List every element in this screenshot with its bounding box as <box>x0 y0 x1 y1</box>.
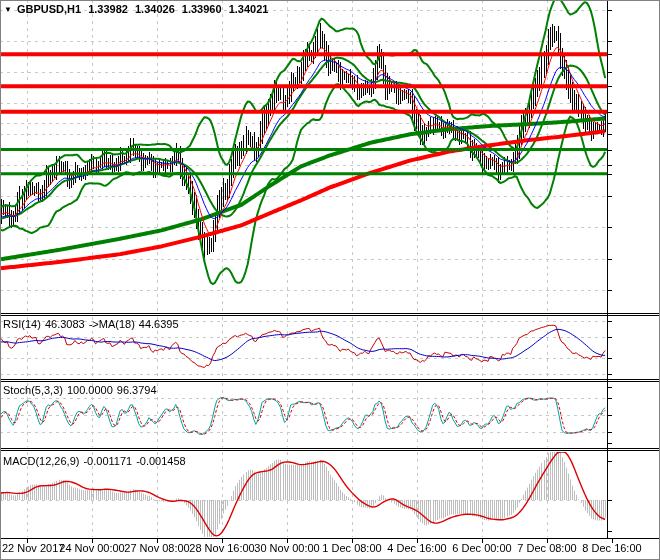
trading-chart-window: ▼GBPUSD,H1 1.33982 1.34026 1.33960 1.340… <box>0 0 660 560</box>
ohlc-close: 1.34021 <box>229 3 269 15</box>
symbol-dropdown-icon[interactable]: ▼ <box>4 5 12 14</box>
ohlc-low: 1.33960 <box>182 3 222 15</box>
stoch-signal-value: 96.3794 <box>117 384 157 396</box>
macd-indicator-label: MACD(12,26,9)-0.001171-0.001458 <box>3 455 190 467</box>
rsi-indicator-label: RSI(14)46.3083->MA(18)44.6395 <box>3 318 183 330</box>
time-label-5: 1 Dec 08:00 <box>322 542 381 554</box>
macd-signal-value: -0.001458 <box>136 455 186 467</box>
time-label-8: 7 Dec 08:00 <box>517 542 576 554</box>
time-label-3: 28 Nov 16:00 <box>189 542 254 554</box>
macd-name: MACD(12,26,9) <box>3 455 79 467</box>
time-label-9: 8 Dec 16:00 <box>582 542 641 554</box>
ohlc-open: 1.33982 <box>88 3 128 15</box>
stoch-indicator-label: Stoch(5,3,3)100.000096.3794 <box>3 384 161 396</box>
rsi-value: 46.3083 <box>45 318 85 330</box>
stoch-value: 100.0000 <box>67 384 113 396</box>
rsi-name: RSI(14) <box>3 318 41 330</box>
rsi-ma-value: 44.6395 <box>139 318 179 330</box>
chart-canvas[interactable] <box>0 0 660 560</box>
time-label-4: 30 Nov 00:00 <box>254 542 319 554</box>
time-label-2: 27 Nov 08:00 <box>124 542 189 554</box>
time-label-6: 4 Dec 16:00 <box>387 542 446 554</box>
ohlc-high: 1.34026 <box>135 3 175 15</box>
time-label-0: 22 Nov 2017 <box>2 542 64 554</box>
symbol-title: GBPUSD,H1 <box>17 3 81 15</box>
time-axis[interactable]: 22 Nov 201724 Nov 00:0027 Nov 08:0028 No… <box>0 542 660 558</box>
rsi-ma-name: ->MA(18) <box>89 318 135 330</box>
chart-header: ▼GBPUSD,H1 1.33982 1.34026 1.33960 1.340… <box>4 3 272 15</box>
stoch-name: Stoch(5,3,3) <box>3 384 63 396</box>
time-label-7: 6 Dec 00:00 <box>452 542 511 554</box>
price-scale[interactable]: 1.357901.353101.351001.348201.346001.343… <box>607 0 660 539</box>
time-label-1: 24 Nov 00:00 <box>59 542 124 554</box>
macd-value: -0.001171 <box>83 455 132 467</box>
